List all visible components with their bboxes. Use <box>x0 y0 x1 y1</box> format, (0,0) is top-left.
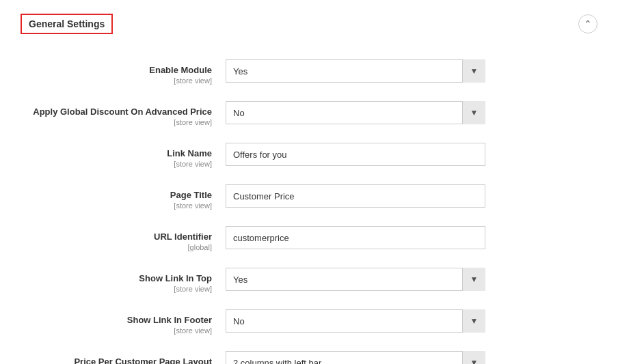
select-wrapper-show-link-footer: YesNo▼ <box>226 309 485 333</box>
field-label-page-layout: Price Per Customer Page Layout <box>21 356 212 364</box>
form-row-apply-global-discount: Apply Global Discount On Advanced Price[… <box>21 93 597 135</box>
field-scope-link-name: [store view] <box>21 160 212 168</box>
form-label-cell-enable-module: Enable Module[store view] <box>21 59 226 85</box>
form-label-cell-page-title: Page Title[store view] <box>21 184 226 210</box>
field-scope-show-link-top: [store view] <box>21 285 212 293</box>
field-label-show-link-top: Show Link In Top <box>21 273 212 283</box>
form-label-cell-show-link-top: Show Link In Top[store view] <box>21 268 226 293</box>
field-scope-show-link-footer: [store view] <box>21 326 212 335</box>
field-label-page-title: Page Title <box>21 190 212 200</box>
form-label-cell-page-layout: Price Per Customer Page Layout[store vie… <box>21 351 226 364</box>
input-page-title[interactable] <box>226 184 485 208</box>
select-wrapper-page-layout: 2 columns with left bar1 column2 columns… <box>226 351 485 364</box>
form-row-show-link-footer: Show Link In Footer[store view]YesNo▼ <box>21 301 597 343</box>
field-label-url-identifier: URL Identifier <box>21 232 212 242</box>
field-label-apply-global-discount: Apply Global Discount On Advanced Price <box>21 107 212 117</box>
form-control-cell-enable-module: YesNo▼ <box>226 59 499 83</box>
input-link-name[interactable] <box>226 143 485 166</box>
form-row-url-identifier: URL Identifier[global] <box>21 218 597 260</box>
select-wrapper-show-link-top: YesNo▼ <box>226 268 485 291</box>
form-control-cell-page-title <box>226 184 499 208</box>
section-header: General Settings ⌃ <box>21 14 597 34</box>
form-row-link-name: Link Name[store view] <box>21 135 597 176</box>
form-control-cell-page-layout: 2 columns with left bar1 column2 columns… <box>226 351 499 364</box>
form-row-show-link-top: Show Link In Top[store view]YesNo▼ <box>21 260 597 301</box>
select-page-layout[interactable]: 2 columns with left bar1 column2 columns… <box>226 351 485 364</box>
form-container: Enable Module[store view]YesNo▼Apply Glo… <box>21 51 597 364</box>
form-control-cell-apply-global-discount: YesNo▼ <box>226 101 499 124</box>
select-show-link-footer[interactable]: YesNo <box>226 309 485 333</box>
field-label-link-name: Link Name <box>21 148 212 158</box>
form-label-cell-show-link-footer: Show Link In Footer[store view] <box>21 309 226 335</box>
field-scope-enable-module: [store view] <box>21 76 212 85</box>
form-control-cell-link-name <box>226 143 499 166</box>
form-label-cell-apply-global-discount: Apply Global Discount On Advanced Price[… <box>21 101 226 126</box>
form-row-page-layout: Price Per Customer Page Layout[store vie… <box>21 343 597 364</box>
form-label-cell-link-name: Link Name[store view] <box>21 143 226 168</box>
form-row-enable-module: Enable Module[store view]YesNo▼ <box>21 51 597 93</box>
field-scope-url-identifier: [global] <box>21 243 212 251</box>
field-scope-page-title: [store view] <box>21 201 212 210</box>
collapse-button[interactable]: ⌃ <box>578 14 597 33</box>
input-url-identifier[interactable] <box>226 226 485 249</box>
field-scope-apply-global-discount: [store view] <box>21 118 212 126</box>
select-enable-module[interactable]: YesNo <box>226 59 485 83</box>
section-title: General Settings <box>21 14 113 34</box>
form-control-cell-show-link-footer: YesNo▼ <box>226 309 499 333</box>
select-wrapper-apply-global-discount: YesNo▼ <box>226 101 485 124</box>
field-label-show-link-footer: Show Link In Footer <box>21 315 212 325</box>
select-apply-global-discount[interactable]: YesNo <box>226 101 485 124</box>
page-container: General Settings ⌃ Enable Module[store v… <box>0 0 618 364</box>
select-wrapper-enable-module: YesNo▼ <box>226 59 485 83</box>
form-control-cell-show-link-top: YesNo▼ <box>226 268 499 291</box>
form-label-cell-url-identifier: URL Identifier[global] <box>21 226 226 251</box>
form-row-page-title: Page Title[store view] <box>21 176 597 218</box>
field-label-enable-module: Enable Module <box>21 65 212 75</box>
select-show-link-top[interactable]: YesNo <box>226 268 485 291</box>
form-control-cell-url-identifier <box>226 226 499 249</box>
